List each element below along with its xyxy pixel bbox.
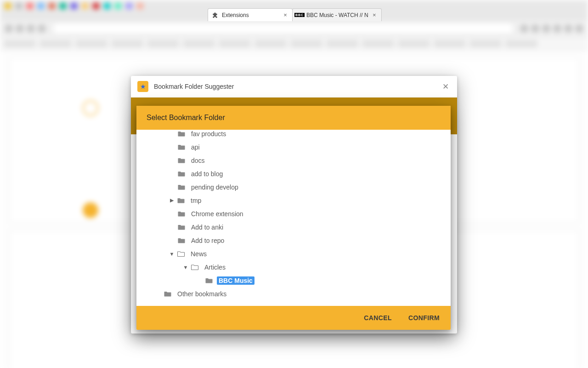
confirm-button[interactable]: CONFIRM <box>407 311 441 324</box>
folder-tree[interactable]: fav productsapidocsadd to blogpending de… <box>136 130 451 306</box>
folder-label: BBC Music <box>217 276 254 285</box>
folder-item-add-to-repo[interactable]: Add to repo <box>136 234 451 247</box>
folder-label: api <box>189 143 202 151</box>
chevron-down-icon[interactable]: ▼ <box>182 264 189 270</box>
tab-extensions[interactable]: Extensions × <box>208 8 293 21</box>
puzzle-icon <box>212 12 218 18</box>
tab-title: Extensions <box>222 12 279 18</box>
folder-open-icon <box>177 250 185 257</box>
folder-icon <box>177 157 186 164</box>
folder-item-api[interactable]: api <box>136 140 451 154</box>
folder-icon <box>177 144 186 150</box>
folder-item-chrome-extension[interactable]: Chrome extension <box>136 207 451 220</box>
folder-item-docs[interactable]: docs <box>136 154 451 167</box>
folder-icon <box>177 237 186 244</box>
folder-open-icon <box>191 264 199 270</box>
folder-item-fav-products[interactable]: fav products <box>136 130 451 140</box>
cancel-button[interactable]: CANCEL <box>362 311 394 324</box>
folder-label: add to blog <box>189 170 225 178</box>
folder-label: pending develop <box>189 183 240 191</box>
folder-icon <box>177 210 186 217</box>
folder-icon <box>177 130 186 137</box>
folder-icon <box>177 224 186 230</box>
extension-icon: ★ <box>137 81 148 92</box>
folder-label: Add to anki <box>189 223 225 231</box>
folder-item-add-to-anki[interactable]: Add to anki <box>136 220 451 234</box>
tab-bbc-music[interactable]: BBC BBC Music - WATCH // N × <box>292 8 382 21</box>
folder-icon <box>205 277 213 284</box>
folder-item-other-bookmarks[interactable]: Other bookmarks <box>136 287 451 300</box>
folder-item-articles[interactable]: ▼Articles <box>136 260 451 274</box>
tab-title: BBC Music - WATCH // N <box>306 12 368 18</box>
folder-label: Chrome extension <box>189 210 245 218</box>
folder-label: tmp <box>189 196 203 205</box>
chevron-down-icon[interactable]: ▼ <box>169 251 175 257</box>
browser-tabs: Extensions × BBC BBC Music - WATCH // N … <box>208 8 381 21</box>
close-icon[interactable]: × <box>371 12 378 18</box>
folder-label: News <box>189 250 209 258</box>
folder-label: fav products <box>189 130 228 138</box>
folder-item-add-to-blog[interactable]: add to blog <box>136 167 451 180</box>
close-icon[interactable]: × <box>282 12 288 18</box>
folder-icon <box>177 184 186 190</box>
folder-item-tmp[interactable]: ▶tmp <box>136 194 451 207</box>
close-icon[interactable]: ✕ <box>441 80 451 93</box>
folder-item-bbc-music[interactable]: BBC Music <box>136 274 451 287</box>
chevron-right-icon[interactable]: ▶ <box>169 197 175 203</box>
folder-icon <box>164 290 172 297</box>
folder-icon <box>177 197 185 204</box>
folder-label: docs <box>189 156 207 165</box>
folder-label: Other bookmarks <box>175 290 228 298</box>
folder-label: Add to repo <box>189 236 226 245</box>
dialog-actions: CANCEL CONFIRM <box>136 306 451 330</box>
dialog-title: Select Bookmark Folder <box>136 106 451 130</box>
extension-title: Bookmark Folder Suggester <box>154 83 435 90</box>
folder-icon <box>177 170 186 177</box>
bbc-favicon: BBC <box>296 12 303 18</box>
folder-label: Articles <box>203 263 227 271</box>
folder-item-pending-develop[interactable]: pending develop <box>136 180 451 194</box>
folder-item-news[interactable]: ▼News <box>136 247 451 260</box>
folder-picker-dialog: Select Bookmark Folder fav productsapido… <box>136 106 451 330</box>
